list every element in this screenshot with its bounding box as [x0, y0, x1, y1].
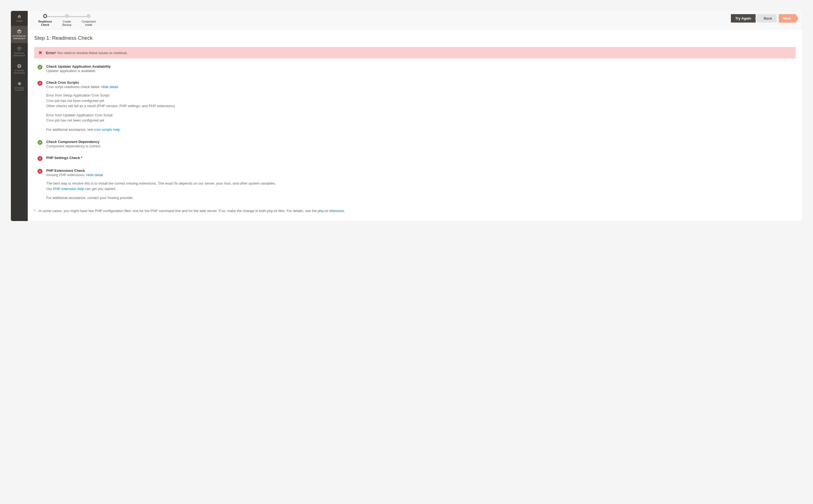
cron-scripts-help-link[interactable]: cron scripts help. — [94, 127, 121, 132]
error-x-icon: ✖ — [39, 50, 42, 55]
sidebar: HOME EXTENSIONMANAGER MODULEMANAGER SYST… — [11, 11, 28, 221]
php-extension-help-link[interactable]: PHP extension help — [53, 187, 84, 191]
check-updater: Check Updater Application Availability U… — [38, 64, 796, 73]
check-php-extensions: PHP Extensions Check missing PHP extensi… — [38, 169, 796, 201]
step-dot — [43, 14, 47, 18]
sidebar-item-system-upgrade[interactable]: SYSTEMUPGRADE — [11, 60, 28, 78]
check-title: PHP Settings Check * — [46, 156, 796, 160]
sidebar-item-system-config[interactable]: SYSTEMCONFIG — [11, 78, 28, 95]
step-line — [67, 16, 89, 17]
hide-detail-link[interactable]: Hide detail — [86, 173, 103, 177]
detail-line: Error from Updater Application Cron Scri… — [46, 113, 796, 118]
check-desc-text: missing PHP extensions. — [46, 173, 86, 177]
sidebar-item-extension-manager[interactable]: EXTENSIONMANAGER — [11, 26, 28, 43]
sidebar-item-module-manager[interactable]: MODULEMANAGER — [11, 43, 28, 60]
footnote-text: * - In some cases, you might have two PH… — [34, 209, 318, 213]
wizard-steps: ReadinessCheck 2 CreateBackup 3 Componen… — [34, 14, 731, 27]
check-title: Check Component Dependency — [46, 140, 796, 144]
step-readiness-check[interactable]: ReadinessCheck — [34, 14, 56, 27]
footnote-suffix: . — [344, 209, 345, 213]
check-desc: missing PHP extensions. Hide detail — [46, 173, 796, 177]
gear-icon — [17, 81, 22, 86]
package-icon — [17, 29, 22, 34]
cube-icon — [17, 46, 22, 51]
detail-line: Our PHP extension help can get you start… — [46, 186, 796, 192]
check-body: PHP Extensions Check missing PHP extensi… — [46, 169, 796, 201]
alert-error: ✖ Error! You need to resolve these issue… — [34, 47, 796, 58]
check-dependency: Check Component Dependency Component dep… — [38, 140, 796, 148]
check-body: PHP Settings Check * — [46, 156, 796, 160]
check-ok-icon — [38, 65, 42, 70]
sidebar-item-home[interactable]: HOME — [11, 11, 28, 26]
check-fail-icon — [38, 156, 42, 161]
check-body: Check Cron Scripts Cron script readiness… — [46, 80, 796, 132]
step-line — [45, 16, 67, 17]
sidebar-item-label: EXTENSIONMANAGER — [13, 35, 26, 40]
step-label: CreateBackup — [62, 20, 71, 27]
alert-message: You need to resolve these issues to cont… — [56, 51, 128, 55]
check-body: Check Updater Application Availability U… — [46, 64, 796, 73]
step-label: ReadinessCheck — [38, 20, 52, 27]
upgrade-icon — [17, 64, 22, 69]
content: Step 1: Readiness Check ✖ Error! You nee… — [28, 30, 802, 221]
detail-line: Other checks will fail as a result (PHP … — [46, 103, 796, 109]
check-title: Check Cron Scripts — [46, 80, 796, 85]
detail-line: Error from Setup Application Cron Script… — [46, 93, 796, 98]
check-detail: Error from Setup Application Cron Script… — [46, 93, 796, 132]
step-dot: 3 — [87, 14, 91, 18]
check-desc: Component dependency is correct. — [46, 144, 796, 148]
next-button[interactable]: Next — [779, 14, 796, 23]
php-ini-reference-link[interactable]: php.ini reference — [318, 209, 344, 213]
topbar-buttons: Try Again Back Next — [731, 14, 796, 23]
check-detail: The best way to resolve this is to insta… — [46, 181, 796, 201]
sidebar-item-label: HOME — [16, 20, 23, 23]
try-again-button[interactable]: Try Again — [731, 14, 756, 23]
back-button[interactable]: Back — [758, 14, 777, 23]
detail-line: Cron job has not been configured yet — [46, 118, 796, 123]
check-body: Check Component Dependency Component dep… — [46, 140, 796, 148]
detail-line: Cron job has not been configured yet — [46, 98, 796, 104]
step-dot: 2 — [65, 14, 69, 18]
page-title: Step 1: Readiness Check — [34, 35, 796, 41]
detail-line: The best way to resolve this is to insta… — [46, 181, 796, 186]
app-frame: HOME EXTENSIONMANAGER MODULEMANAGER SYST… — [11, 11, 802, 221]
footnote: * - In some cases, you might have two PH… — [34, 209, 796, 213]
alert-strong: Error! — [46, 51, 56, 55]
check-desc: Updater application is available. — [46, 69, 796, 73]
sidebar-item-label: MODULEMANAGER — [14, 52, 25, 57]
check-title: PHP Extensions Check — [46, 169, 796, 173]
detail-line: For additional assistance, contact your … — [46, 195, 796, 201]
topbar: ReadinessCheck 2 CreateBackup 3 Componen… — [28, 11, 802, 30]
sidebar-item-label: SYSTEMUPGRADE — [14, 70, 25, 74]
check-ok-icon — [38, 140, 42, 145]
check-desc: Cron script readiness check failed. Hide… — [46, 85, 796, 89]
step-label: ComponentInstall — [82, 20, 96, 27]
detail-line: For additional assistance, see — [46, 127, 94, 132]
check-php-settings: PHP Settings Check * — [38, 156, 796, 161]
check-cron: Check Cron Scripts Cron script readiness… — [38, 80, 796, 132]
check-desc-text: Cron script readiness check failed. — [46, 85, 101, 89]
check-list: Check Updater Application Availability U… — [34, 64, 796, 201]
sidebar-item-label: SYSTEMCONFIG — [15, 87, 24, 92]
check-fail-icon — [38, 81, 42, 86]
check-title: Check Updater Application Availability — [46, 64, 796, 69]
alert-text: Error! You need to resolve these issues … — [46, 51, 128, 55]
main-content: ReadinessCheck 2 CreateBackup 3 Componen… — [28, 11, 802, 221]
hide-detail-link[interactable]: Hide detail — [101, 85, 118, 89]
home-icon — [17, 14, 22, 19]
check-fail-icon — [38, 169, 42, 174]
